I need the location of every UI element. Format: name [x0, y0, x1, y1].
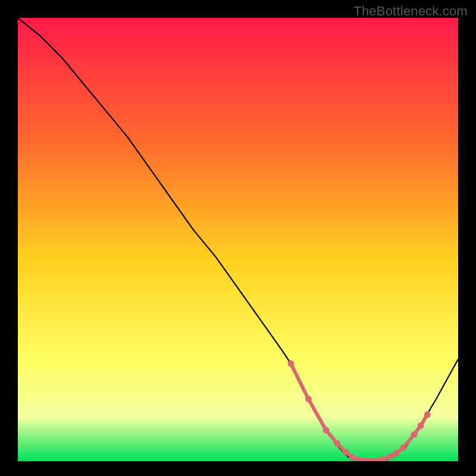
marker-dot [349, 455, 356, 461]
marker-dot [334, 440, 340, 447]
chart-svg [18, 18, 458, 461]
marker-dot [400, 444, 406, 451]
marker-dot [323, 427, 330, 433]
chart-stage: TheBottleneck.com [0, 0, 476, 476]
marker-dot [343, 449, 349, 456]
marker-dot [411, 431, 418, 438]
marker-dot [387, 453, 393, 460]
watermark-label: TheBottleneck.com [353, 4, 468, 19]
marker-dot [424, 411, 431, 418]
marker-dot [418, 422, 424, 429]
marker-dot [393, 450, 400, 456]
marker-dot [305, 396, 312, 402]
marker-dot [287, 361, 294, 367]
bottleneck-plot [18, 18, 458, 461]
